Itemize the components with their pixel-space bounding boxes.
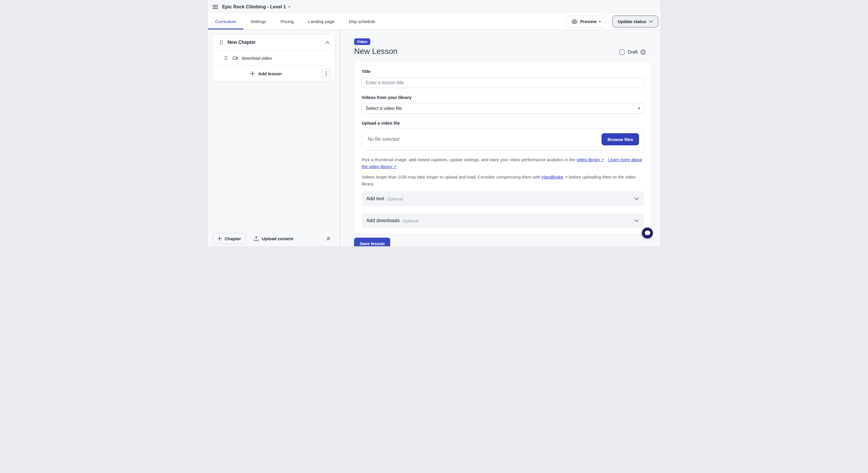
lesson-editor: Video New Lesson Draft Title Videos fro xyxy=(340,30,660,246)
course-switcher[interactable]: Epic Rock Climbing - Level 1 ▾ xyxy=(222,4,290,9)
video-library-help-text: Pick a thumbnail image, add closed capti… xyxy=(362,156,644,170)
course-title: Epic Rock Climbing - Level 1 xyxy=(222,4,286,9)
draft-toggle-group: Draft xyxy=(619,50,646,56)
chat-launcher-button[interactable] xyxy=(642,227,653,239)
library-field-label: Videos from your library xyxy=(362,95,644,100)
chapter-menu-button[interactable] xyxy=(321,68,331,79)
tabbar: Curriculum Settings Pricing Landing page… xyxy=(208,13,660,30)
upload-content-button[interactable]: Upload content xyxy=(254,236,293,241)
help-text-segment: . xyxy=(397,164,399,169)
hamburger-icon xyxy=(213,5,218,9)
tab-curriculum[interactable]: Curriculum xyxy=(208,13,243,29)
chevron-up-icon xyxy=(325,41,330,44)
plus-icon xyxy=(217,236,222,241)
lesson-title-input[interactable] xyxy=(362,77,644,88)
topbar: Epic Rock Climbing - Level 1 ▾ xyxy=(208,0,660,13)
lesson-type-badge: Video xyxy=(354,38,370,45)
sidebar-footer: Chapter Upload content xyxy=(208,231,340,246)
drag-dots-icon xyxy=(220,40,223,45)
title-field-label: Title xyxy=(362,69,644,74)
lesson-row[interactable]: download video xyxy=(213,50,335,66)
add-text-label: Add text xyxy=(366,196,384,201)
eye-icon xyxy=(571,19,578,24)
add-lesson-button[interactable]: Add lesson xyxy=(250,71,282,76)
chat-bubble-icon xyxy=(644,230,651,236)
chapter-footer: Add lesson xyxy=(213,66,335,81)
external-link-icon: ↗ xyxy=(601,158,604,162)
help-text-segment: Videos larger than 1GB may take longer t… xyxy=(362,175,541,179)
video-camera-icon xyxy=(233,56,238,60)
upload-icon xyxy=(254,236,259,241)
external-link-icon: ↗ xyxy=(564,175,567,179)
chevron-down-icon xyxy=(649,20,653,23)
chevron-down-icon xyxy=(634,197,639,200)
lesson-form-card: Title Videos from your library Select a … xyxy=(354,61,651,234)
update-status-button[interactable]: Update status xyxy=(613,15,658,27)
browse-files-button[interactable]: Browse files xyxy=(601,133,639,145)
tabbar-actions: Preview ▾ Update status xyxy=(566,13,658,29)
tab-pricing[interactable]: Pricing xyxy=(273,13,301,29)
upload-field-label: Upload a video file xyxy=(362,121,644,125)
chapter-title: New Chapter xyxy=(227,40,256,45)
tab-drip-schedule[interactable]: Drip schedule xyxy=(342,13,383,29)
compression-help-text: Videos larger than 1GB may take longer t… xyxy=(362,174,644,187)
draft-checkbox[interactable] xyxy=(619,50,625,55)
plus-icon xyxy=(250,71,255,76)
add-text-section[interactable]: Add text Optional xyxy=(362,191,644,206)
hamburger-menu-button[interactable] xyxy=(213,5,218,9)
drag-dots-icon xyxy=(224,56,227,60)
info-icon[interactable] xyxy=(641,50,646,55)
video-library-selected-value: Select a video file xyxy=(366,106,402,111)
video-library-select[interactable]: Select a video file ▾ xyxy=(362,103,644,114)
tab-settings[interactable]: Settings xyxy=(243,13,273,29)
help-text-segment: Pick a thumbnail image, add closed capti… xyxy=(362,157,577,162)
optional-hint: Optional xyxy=(402,218,418,223)
save-lesson-button[interactable]: Save lesson xyxy=(354,238,390,246)
file-upload-dropzone[interactable]: No file selected Browse files xyxy=(362,128,644,151)
handbrake-link[interactable]: HandBrake xyxy=(541,175,563,179)
chapter-card: New Chapter xyxy=(213,34,335,82)
lesson-heading-block: Video New Lesson xyxy=(354,38,398,56)
double-chevron-up-icon xyxy=(326,236,331,241)
caret-down-icon: ▾ xyxy=(599,20,601,23)
tab-landing-page[interactable]: Landing page xyxy=(301,13,342,29)
content-layout: New Chapter xyxy=(208,30,660,246)
add-chapter-button[interactable]: Chapter xyxy=(213,233,246,244)
upload-content-label: Upload content xyxy=(262,236,293,241)
lesson-title: download video xyxy=(242,56,272,61)
preview-label: Preview xyxy=(580,19,597,24)
page-title: New Lesson xyxy=(354,47,398,56)
preview-button[interactable]: Preview ▾ xyxy=(566,15,606,27)
course-builder-app: Epic Rock Climbing - Level 1 ▾ Curriculu… xyxy=(208,0,660,246)
curriculum-sidebar: New Chapter xyxy=(208,30,340,246)
draft-label: Draft xyxy=(627,50,638,55)
add-downloads-section[interactable]: Add downloads Optional xyxy=(362,213,644,228)
collapse-all-button[interactable] xyxy=(326,236,331,241)
help-text-segment: . xyxy=(604,157,608,162)
add-chapter-label: Chapter xyxy=(225,236,241,241)
update-status-label: Update status xyxy=(618,19,646,24)
caret-down-icon: ▾ xyxy=(638,106,640,110)
collapse-chapter-button[interactable] xyxy=(325,41,330,44)
chevron-down-icon xyxy=(634,219,639,222)
link-label: video library xyxy=(577,157,600,162)
drag-handle[interactable] xyxy=(220,40,223,45)
drag-handle[interactable] xyxy=(224,56,227,60)
add-lesson-label: Add lesson xyxy=(258,71,282,76)
external-link-icon: ↗ xyxy=(393,165,397,169)
video-library-link[interactable]: video library ↗ xyxy=(577,157,604,162)
caret-down-icon: ▾ xyxy=(289,5,290,8)
kebab-menu-icon xyxy=(326,71,327,76)
chapter-header[interactable]: New Chapter xyxy=(213,35,335,50)
no-file-text: No file selected xyxy=(368,137,399,142)
lesson-header: Video New Lesson Draft xyxy=(354,38,651,56)
optional-hint: Optional xyxy=(387,196,403,201)
add-downloads-label: Add downloads xyxy=(366,218,400,223)
